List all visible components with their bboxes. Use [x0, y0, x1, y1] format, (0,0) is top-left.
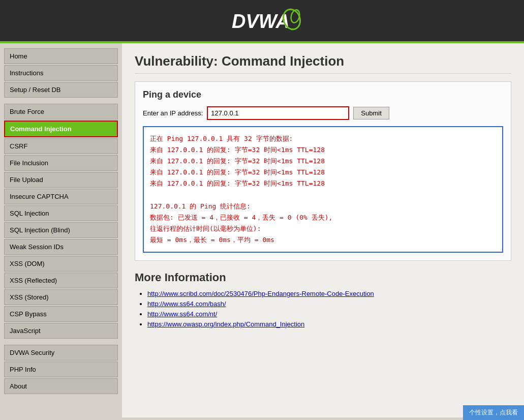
output-line-8: 往返行程的估计时间(以毫秒为单位): — [150, 223, 496, 234]
output-line-7: 数据包: 已发送 = 4，已接收 = 4，丢失 = 0 (0% 丢失), — [150, 212, 496, 223]
sidebar-item-dvwa-security[interactable]: DVWA Security — [4, 345, 118, 361]
more-info-section: More Information http://www.scribd.com/d… — [135, 271, 511, 328]
output-line-6: 127.0.0.1 的 Ping 统计信息: — [150, 201, 496, 212]
main-content: Vulnerability: Command Injection Ping a … — [122, 43, 524, 417]
ip-address-input[interactable] — [207, 106, 349, 120]
section-title: Ping a device — [143, 89, 503, 100]
link-0[interactable]: http://www.scribd.com/doc/2530476/Php-En… — [147, 290, 374, 297]
output-line-1: 来自 127.0.0.1 的回复: 字节=32 时间<1ms TTL=128 — [150, 144, 496, 156]
sidebar-item-setup[interactable]: Setup / Reset DB — [4, 82, 118, 98]
ip-input-label: Enter an IP address: — [143, 109, 203, 117]
command-output: 正在 Ping 127.0.0.1 具有 32 字节的数据: 来自 127.0.… — [143, 126, 503, 253]
output-line-5 — [150, 189, 496, 200]
personalize-button[interactable]: 个性设置，点我看 — [463, 405, 524, 417]
list-item: http://www.ss64.com/bash/ — [147, 299, 511, 308]
sidebar-item-brute-force[interactable]: Brute Force — [4, 104, 118, 119]
svg-text:DVWA: DVWA — [232, 11, 290, 32]
page-title: Vulnerability: Command Injection — [135, 53, 511, 74]
sidebar-item-command-injection[interactable]: Command Injection — [4, 121, 118, 137]
sidebar-item-home[interactable]: Home — [4, 48, 118, 64]
output-line-3: 来自 127.0.0.1 的回复: 字节=32 时间<1ms TTL=128 — [150, 167, 496, 178]
link-2[interactable]: http://www.ss64.com/nt/ — [147, 310, 217, 318]
output-line-0: 正在 Ping 127.0.0.1 具有 32 字节的数据: — [150, 133, 496, 144]
link-3[interactable]: https://www.owasp.org/index.php/Command_… — [147, 320, 304, 328]
sidebar-item-weak-session-ids[interactable]: Weak Session IDs — [4, 239, 118, 255]
logo: DVWA — [222, 5, 303, 36]
sidebar-item-file-upload[interactable]: File Upload — [4, 172, 118, 188]
sidebar-item-php-info[interactable]: PHP Info — [4, 362, 118, 377]
output-line-9: 最短 = 0ms，最长 = 0ms，平均 = 0ms — [150, 234, 496, 246]
sidebar-item-sql-injection-blind[interactable]: SQL Injection (Blind) — [4, 222, 118, 238]
sidebar-item-file-inclusion[interactable]: File Inclusion — [4, 155, 118, 171]
sidebar-item-javascript[interactable]: JavaScript — [4, 323, 118, 339]
sidebar-item-sql-injection[interactable]: SQL Injection — [4, 205, 118, 221]
list-item: https://www.owasp.org/index.php/Command_… — [147, 320, 511, 328]
sidebar-item-csrf[interactable]: CSRF — [4, 138, 118, 154]
sidebar-item-instructions[interactable]: Instructions — [4, 65, 118, 81]
output-line-2: 来自 127.0.0.1 的回复: 字节=32 时间<1ms TTL=128 — [150, 156, 496, 167]
sidebar-item-insecure-captcha[interactable]: Insecure CAPTCHA — [4, 189, 118, 204]
sidebar-item-about[interactable]: About — [4, 378, 118, 394]
sidebar: Home Instructions Setup / Reset DB Brute… — [0, 43, 122, 417]
output-line-4: 来自 127.0.0.1 的回复: 字节=32 时间<1ms TTL=128 — [150, 178, 496, 189]
more-info-title: More Information — [135, 271, 511, 284]
submit-button[interactable]: Submit — [353, 107, 389, 119]
links-list: http://www.scribd.com/doc/2530476/Php-En… — [135, 289, 511, 328]
sidebar-item-xss-stored[interactable]: XSS (Stored) — [4, 289, 118, 305]
sidebar-item-xss-dom[interactable]: XSS (DOM) — [4, 256, 118, 272]
list-item: http://www.ss64.com/nt/ — [147, 310, 511, 318]
list-item: http://www.scribd.com/doc/2530476/Php-En… — [147, 289, 511, 297]
ping-section: Ping a device Enter an IP address: Submi… — [135, 81, 511, 261]
sidebar-item-xss-reflected[interactable]: XSS (Reflected) — [4, 273, 118, 288]
link-1[interactable]: http://www.ss64.com/bash/ — [147, 300, 226, 308]
ip-input-row: Enter an IP address: Submit — [143, 106, 503, 120]
site-header: DVWA — [0, 0, 524, 43]
sidebar-item-csp-bypass[interactable]: CSP Bypass — [4, 306, 118, 322]
